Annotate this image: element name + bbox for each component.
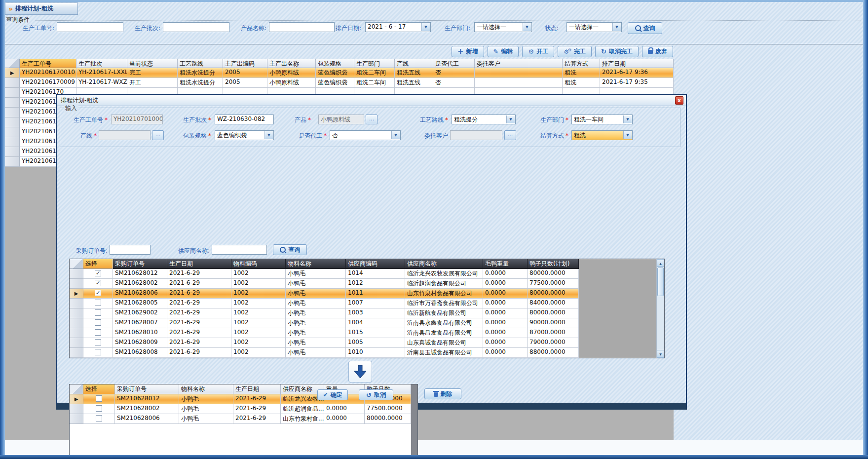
vertical-scrollbar[interactable]: ▲ ▼ xyxy=(656,259,664,358)
column-header-生产批次[interactable]: 生产批次 xyxy=(76,59,127,68)
checkbox[interactable] xyxy=(95,319,101,326)
chevron-down-icon[interactable]: ▼ xyxy=(391,131,400,139)
checkbox[interactable]: ✓ xyxy=(95,290,101,296)
toolbar-button-开工[interactable]: ⚙开工 xyxy=(522,46,554,57)
modal-field-dropdown[interactable]: 否▼ xyxy=(330,130,401,140)
column-header-包装规格[interactable]: 包装规格 xyxy=(316,59,354,68)
checkbox[interactable] xyxy=(96,405,102,412)
row-header-cell[interactable] xyxy=(5,147,20,157)
table-row[interactable]: YH202106170009YH-210617-WXZ928开工粗洗水洗提分20… xyxy=(5,78,674,88)
table-row[interactable]: SM2106280072021-6-291002小鸭毛1004沂南县永鑫食品有限… xyxy=(70,318,664,328)
toolbar-button-编辑[interactable]: ✎编辑 xyxy=(488,46,519,57)
query-field-dropdown[interactable]: 2021 - 6 - 17▼ xyxy=(365,22,431,32)
row-header-cell[interactable] xyxy=(70,414,83,424)
row-header-cell[interactable] xyxy=(70,279,83,289)
table-row[interactable]: ✓SM2106280122021-6-291002小鸭毛1014临沂龙兴农牧发展… xyxy=(70,269,664,279)
ok-button[interactable]: ✔ 确定 xyxy=(317,389,348,400)
column-header-采购订单号[interactable]: 采购订单号 xyxy=(113,259,167,269)
column-header-物料编码[interactable]: 物料编码 xyxy=(231,259,286,269)
scroll-up-icon[interactable]: ▲ xyxy=(657,259,664,267)
row-header-cell[interactable] xyxy=(5,117,20,127)
table-row[interactable]: SM2106280102021-6-291002小鸭毛1015沂南县昌发食品有限… xyxy=(70,328,664,338)
column-header-委托客户[interactable]: 委托客户 xyxy=(475,59,563,68)
column-header-生产部门[interactable]: 生产部门 xyxy=(354,59,395,68)
column-header-生产日期[interactable]: 生产日期 xyxy=(233,384,281,394)
modal-field-dropdown[interactable]: 粗洗一车间▼ xyxy=(571,115,633,124)
column-header-结算方式[interactable]: 结算方式 xyxy=(563,59,600,68)
modal-search-button[interactable]: 查询 xyxy=(273,244,307,255)
modal-field-dropdown[interactable]: 蓝色编织袋▼ xyxy=(215,130,274,140)
row-header-cell[interactable] xyxy=(70,318,83,328)
row-header-cell[interactable] xyxy=(70,269,83,279)
chevron-down-icon[interactable]: ▼ xyxy=(623,131,632,139)
checkbox[interactable] xyxy=(95,339,101,345)
scroll-down-icon[interactable]: ▼ xyxy=(657,350,664,358)
column-header-工艺路线[interactable]: 工艺路线 xyxy=(178,59,223,68)
row-header-cell[interactable] xyxy=(70,404,83,414)
column-header-生产工单号[interactable]: 生产工单号 xyxy=(20,59,76,68)
row-header-cell[interactable] xyxy=(5,157,20,167)
po-search-input[interactable] xyxy=(110,245,151,255)
toolbar-button-取消完工[interactable]: ↻取消完工 xyxy=(595,46,639,57)
query-field-dropdown[interactable]: 一请选择一▼ xyxy=(474,22,532,32)
row-header-cell[interactable]: ▶ xyxy=(70,289,83,299)
table-row[interactable]: SM2106280052021-6-291002小鸭毛1007临沂市万香斋食品有… xyxy=(70,299,664,308)
row-header-cell[interactable] xyxy=(5,108,20,117)
chevron-down-icon[interactable]: ▼ xyxy=(612,23,621,31)
lookup-button[interactable]: ... xyxy=(366,115,377,124)
checkbox[interactable] xyxy=(95,329,101,336)
column-header-选择[interactable]: 选择 xyxy=(83,259,113,269)
column-header-产线[interactable]: 产线 xyxy=(395,59,433,68)
query-search-button[interactable]: 查询 xyxy=(628,22,662,34)
chevron-down-icon[interactable]: ▼ xyxy=(623,115,632,123)
column-header-鸭子只数(计划)[interactable]: 鸭子只数(计划) xyxy=(528,259,579,269)
checkbox[interactable]: ✓ xyxy=(95,270,101,276)
chevron-down-icon[interactable]: ▼ xyxy=(523,23,531,31)
move-down-button[interactable] xyxy=(348,361,372,382)
column-header-供应商名称[interactable]: 供应商名称 xyxy=(405,259,483,269)
column-header-是否代工[interactable]: 是否代工 xyxy=(433,59,475,68)
table-row[interactable]: SM210628006小鸭毛2021-6-29山东竹泉村食...0.000080… xyxy=(70,414,417,424)
grid-corner-cell[interactable] xyxy=(70,384,83,394)
table-row[interactable]: SM2106290022021-6-291002小鸭毛1003临沂新航食品有限公… xyxy=(70,308,664,318)
checkbox[interactable] xyxy=(95,309,101,316)
column-header-当前状态[interactable]: 当前状态 xyxy=(127,59,178,68)
grid-corner-cell[interactable] xyxy=(70,259,83,269)
table-row[interactable]: SM2106280092021-6-291002小鸭毛1005山东真诚食品有限公… xyxy=(70,338,664,348)
modal-field-input[interactable]: WZ-210630-082 xyxy=(215,115,274,124)
table-scroll-strip[interactable] xyxy=(411,384,417,459)
row-header-cell[interactable] xyxy=(70,299,83,308)
query-field-input[interactable] xyxy=(57,22,123,32)
row-header-cell[interactable] xyxy=(5,78,20,88)
row-header-cell[interactable] xyxy=(70,328,83,338)
row-header-cell[interactable]: ▶ xyxy=(5,68,20,78)
table-row[interactable]: SM210628002小鸭毛2021-6-29临沂超润食品...0.000077… xyxy=(70,404,417,414)
row-header-cell[interactable] xyxy=(5,98,20,108)
chevron-down-icon[interactable]: ▼ xyxy=(421,23,430,31)
column-header-生产日期[interactable]: 生产日期 xyxy=(167,259,231,269)
checkbox[interactable] xyxy=(96,395,102,402)
modal-field-dropdown[interactable]: 粗洗▼ xyxy=(571,130,633,140)
lookup-button[interactable]: ... xyxy=(504,130,516,140)
close-icon[interactable]: x xyxy=(675,96,683,105)
column-header-物料名称[interactable]: 物料名称 xyxy=(286,259,346,269)
column-header-选择[interactable]: 选择 xyxy=(83,384,115,394)
column-header-物料名称[interactable]: 物料名称 xyxy=(179,384,233,394)
toolbar-button-新增[interactable]: +新增 xyxy=(452,46,484,57)
checkbox[interactable] xyxy=(96,415,102,421)
query-field-input[interactable] xyxy=(163,22,229,32)
row-header-cell[interactable] xyxy=(70,348,83,358)
lookup-button[interactable]: ... xyxy=(152,130,164,140)
table-row[interactable]: ▶YH202106170010YH-210617-LXXL931完工粗洗水洗提分… xyxy=(5,68,674,78)
row-header-cell[interactable] xyxy=(5,127,20,137)
toolbar-button-废弃[interactable]: 废弃 xyxy=(642,46,673,57)
column-header-供应商编码[interactable]: 供应商编码 xyxy=(346,259,405,269)
cancel-button[interactable]: ↺ 取消 xyxy=(359,389,393,400)
table-row[interactable]: ▶✓SM2106280062021-6-291002小鸭毛1011山东竹泉村食品… xyxy=(70,289,664,299)
table-row[interactable]: SM2106280082021-6-291002小鸭毛1010沂南县玉诚食品有限… xyxy=(70,348,664,358)
row-header-cell[interactable] xyxy=(70,308,83,318)
table-row[interactable]: ✓SM2106280022021-6-291002小鸭毛1012临沂超润食品有限… xyxy=(70,279,664,289)
row-header-cell[interactable]: ▶ xyxy=(70,394,83,404)
modal-titlebar[interactable]: 排程计划-粗洗 xyxy=(57,95,686,106)
column-header-主产出编码[interactable]: 主产出编码 xyxy=(223,59,267,68)
